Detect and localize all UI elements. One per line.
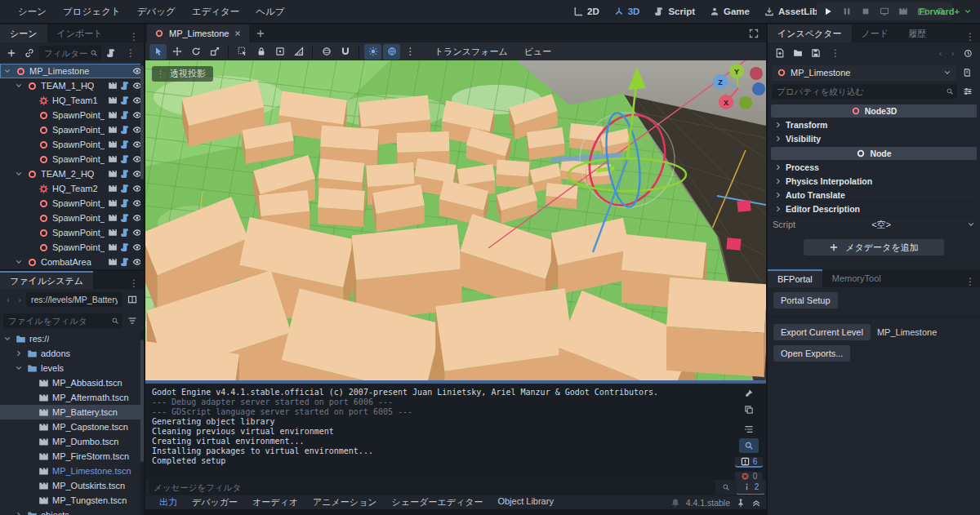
scene-dock-menu-icon[interactable]: ⋮ — [121, 47, 140, 59]
movie-maker-button[interactable] — [895, 4, 911, 19]
scale-icon[interactable] — [206, 44, 223, 60]
film-icon[interactable] — [108, 169, 118, 179]
scene-node-row[interactable]: SpawnPoint_1_3 — [0, 137, 144, 152]
list-select-icon[interactable] — [234, 44, 251, 60]
bottom-panel-5[interactable]: Object Library — [490, 496, 560, 508]
bottom-panel-3[interactable]: アニメーション — [305, 496, 385, 508]
film-icon[interactable] — [108, 95, 118, 105]
fs-back-button[interactable]: ‹ — [3, 291, 13, 308]
file-row[interactable]: MP_Battery.tscn — [0, 405, 144, 420]
scene-node-row[interactable]: TEAM_1_HQ — [0, 78, 144, 93]
film-icon[interactable] — [108, 242, 118, 252]
property-group[interactable]: Editor Description — [771, 202, 977, 216]
add-metadata-button[interactable]: メタデータを追加 — [804, 239, 944, 255]
scene-node-row[interactable]: CombatArea — [0, 255, 144, 269]
expander-icon[interactable] — [15, 511, 24, 515]
save-resource-icon[interactable] — [808, 45, 824, 61]
message-filter-input[interactable] — [149, 480, 715, 495]
expander-icon[interactable] — [3, 335, 12, 344]
property-group[interactable]: Physics Interpolation — [771, 175, 977, 189]
split-view-icon[interactable] — [124, 291, 140, 308]
renderer-select[interactable]: Forward+ — [919, 7, 972, 16]
folder-row[interactable]: levels — [0, 361, 144, 375]
expand-panel-icon[interactable] — [751, 498, 761, 508]
property-tools-icon[interactable] — [960, 83, 976, 100]
scene-node-row[interactable]: SpawnPoint_2_1 — [0, 196, 144, 211]
bottom-panel-2[interactable]: オーディオ — [245, 496, 305, 508]
film-icon[interactable] — [108, 257, 118, 267]
bfportal-tabs-menu-icon[interactable]: ⋮ — [960, 276, 980, 287]
expander-icon[interactable] — [15, 364, 24, 373]
tab-1[interactable]: インポート — [47, 24, 113, 42]
tab-0[interactable]: シーン — [0, 24, 47, 42]
rotate-icon[interactable] — [187, 44, 204, 60]
scene-tree-scrollbar[interactable] — [140, 64, 144, 269]
filesystem-dock-menu-icon[interactable]: ⋮ — [124, 277, 144, 289]
pause-button[interactable] — [839, 4, 855, 19]
stop-button[interactable] — [858, 4, 874, 19]
inspector-tab-2[interactable]: 履歴 — [898, 24, 936, 42]
file-row[interactable]: MP_FireStorm.tscn — [0, 449, 144, 464]
film-icon[interactable] — [108, 228, 118, 238]
script-property-row[interactable]: Script <空> — [768, 216, 980, 233]
history-icon[interactable] — [960, 45, 976, 61]
remote-debug-button[interactable] — [876, 4, 893, 19]
group-icon[interactable] — [271, 44, 288, 60]
folder-row[interactable]: objects — [0, 508, 144, 515]
file-row[interactable]: MP_Aftermath.tscn — [0, 390, 144, 405]
property-group[interactable]: Auto Translate — [771, 189, 977, 202]
axis-y-negative-ball[interactable] — [739, 96, 752, 109]
info-count-toggle[interactable]: 2 — [737, 480, 764, 495]
collapse-duplicates-button[interactable] — [739, 422, 759, 437]
fs-filter-input[interactable] — [3, 313, 122, 328]
ruler-icon[interactable] — [290, 44, 307, 60]
expander-icon[interactable] — [15, 82, 24, 91]
folder-row[interactable]: addons — [0, 346, 144, 361]
projection-label[interactable]: ⋮ 透視投影 — [152, 66, 213, 82]
open-docs-icon[interactable] — [960, 64, 976, 81]
axis-x-negative-ball[interactable] — [750, 67, 763, 80]
scene-node-row[interactable]: TEAM_2_HQ — [0, 166, 144, 181]
menu-3[interactable]: エディター — [184, 6, 248, 18]
scene-node-row[interactable]: MP_Limestone — [0, 64, 144, 78]
message-count-toggle[interactable]: 6 — [735, 457, 763, 468]
fullscreen-icon[interactable] — [746, 25, 762, 42]
film-icon[interactable] — [108, 125, 118, 135]
axis-z-negative-ball[interactable] — [752, 82, 765, 95]
property-group[interactable]: Visibility — [771, 132, 977, 146]
script-icon[interactable] — [120, 184, 130, 193]
script-icon[interactable] — [120, 242, 130, 252]
script-icon[interactable] — [120, 198, 130, 208]
copy-output-button[interactable] — [739, 402, 759, 417]
file-row[interactable]: MP_Abbasid.tscn — [0, 375, 144, 390]
bfportal-tab-0[interactable]: BFPortal — [768, 269, 822, 287]
workspace-script[interactable]: Script — [648, 2, 701, 20]
portal-setup-button[interactable]: Portal Setup — [773, 292, 838, 309]
expander-icon[interactable] — [15, 170, 24, 179]
new-resource-ic[interactable] — [772, 45, 788, 61]
workspace-3d[interactable]: 3D — [608, 2, 646, 20]
scene-node-row[interactable]: HQ_Team2 — [0, 181, 144, 196]
menu-dots-icon[interactable]: ⋮ — [402, 44, 419, 60]
search-output-button[interactable] — [739, 438, 759, 453]
fs-tree-scrollbar[interactable] — [140, 331, 144, 515]
menu-4[interactable]: ヘルプ — [247, 6, 292, 18]
film-icon[interactable] — [108, 140, 118, 149]
scene-node-row[interactable]: SpawnPoint_2_3 — [0, 225, 144, 240]
class-header-node3d[interactable]: Node3D — [771, 104, 977, 118]
workspace-assetlib[interactable]: AssetLib — [759, 2, 824, 20]
film-icon[interactable] — [108, 110, 118, 120]
clear-output-button[interactable] — [739, 386, 759, 401]
file-row[interactable]: MP_Dumbo.tscn — [0, 434, 144, 449]
script-icon[interactable] — [120, 169, 130, 179]
menu-1[interactable]: プロジェクト — [55, 6, 129, 18]
instance-scene-button[interactable] — [21, 45, 38, 61]
tab-filesystem[interactable]: ファイルシステム — [0, 271, 93, 289]
menu-2[interactable]: デバッグ — [129, 6, 184, 18]
file-row[interactable]: MP_Limestone.tscn — [0, 464, 144, 478]
class-header-node[interactable]: Node — [771, 147, 977, 160]
bottom-panel-4[interactable]: シェーダーエディター — [385, 496, 491, 508]
history-forward-button[interactable]: › — [947, 45, 958, 61]
scene-node-row[interactable]: SpawnPoint_1_4 — [0, 152, 144, 166]
folder-row[interactable]: res:// — [0, 331, 144, 346]
